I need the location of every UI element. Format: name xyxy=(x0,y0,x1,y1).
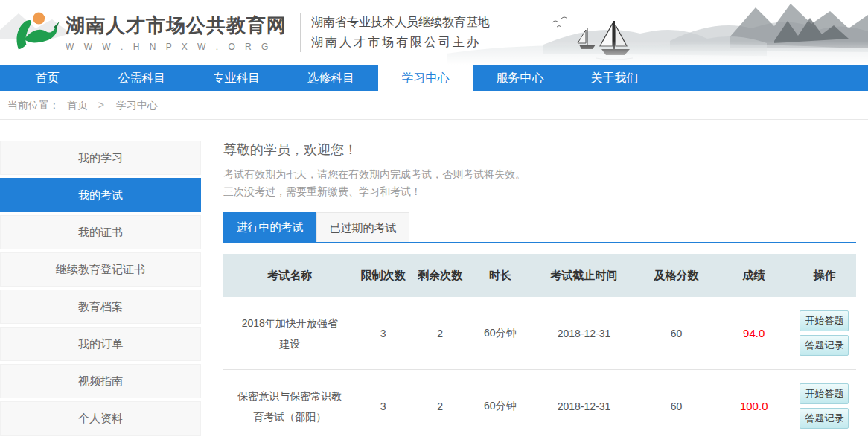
col-score: 成绩 xyxy=(715,254,793,297)
breadcrumb-home-link[interactable]: 首页 xyxy=(67,99,88,111)
exam-tabs: 进行中的考试 已过期的考试 xyxy=(223,212,856,243)
welcome-title: 尊敬的学员，欢迎您！ xyxy=(223,141,856,159)
sidebar-item-my-orders[interactable]: 我的订单 xyxy=(0,327,201,361)
sidebar-item-video-guide[interactable]: 视频指南 xyxy=(0,364,201,398)
pass-score: 60 xyxy=(638,370,715,437)
remaining-count: 2 xyxy=(410,370,470,437)
nav-item-about-us[interactable]: 关于我们 xyxy=(567,65,662,91)
col-pass-score: 及格分数 xyxy=(638,254,715,297)
welcome-line2: 三次没考过，需要重新缴费、学习和考试！ xyxy=(223,183,856,200)
site-subtitle-block: 湖南省专业技术人员继续教育基地 湖南人才市场有限公司主办 xyxy=(311,13,490,52)
exam-table: 考试名称 限制次数 剩余次数 时长 考试截止时间 及格分数 成绩 操作 2018… xyxy=(223,254,856,437)
col-duration: 时长 xyxy=(470,254,531,297)
col-deadline: 考试截止时间 xyxy=(530,254,638,297)
remaining-count: 2 xyxy=(410,297,470,370)
site-title-block: 湖南人才市场公共教育网 W W W . H N P X W . O R G xyxy=(66,13,287,52)
answer-record-button[interactable]: 答题记录 xyxy=(800,335,849,356)
sidebar-item-personal-info[interactable]: 个人资料 xyxy=(0,401,201,436)
table-row: 2018年加快开放强省建设 3 2 60分钟 2018-12-31 60 94.… xyxy=(223,297,856,370)
nav-item-service-center[interactable]: 服务中心 xyxy=(473,65,567,91)
sidebar: 我的学习 我的考试 我的证书 继续教育登记证书 教育档案 我的订单 视频指南 个… xyxy=(0,141,201,437)
col-remaining-count: 剩余次数 xyxy=(410,254,470,297)
duration: 60分钟 xyxy=(470,297,531,370)
site-title: 湖南人才市场公共教育网 xyxy=(66,13,287,39)
subtitle-line2: 湖南人才市场有限公司主办 xyxy=(311,33,490,52)
site-header: 湖南人才市场公共教育网 W W W . H N P X W . O R G 湖南… xyxy=(0,0,868,65)
limit-count: 3 xyxy=(357,370,410,437)
tab-ongoing-exams[interactable]: 进行中的考试 xyxy=(223,212,316,242)
exam-name: 2018年加快开放强省建设 xyxy=(237,313,342,354)
nav-item-learning-center[interactable]: 学习中心 xyxy=(378,65,473,91)
answer-record-button[interactable]: 答题记录 xyxy=(800,408,849,429)
pass-score: 60 xyxy=(638,297,715,370)
welcome-line1: 考试有效期为七天，请您在有效期内完成考试，否则考试将失效。 xyxy=(223,166,856,183)
main-content: 尊敬的学员，欢迎您！ 考试有效期为七天，请您在有效期内完成考试，否则考试将失效。… xyxy=(223,141,868,437)
tab-expired-exams[interactable]: 已过期的考试 xyxy=(316,212,409,242)
table-header-row: 考试名称 限制次数 剩余次数 时长 考试截止时间 及格分数 成绩 操作 xyxy=(223,254,856,297)
site-url: W W W . H N P X W . O R G xyxy=(66,42,287,52)
deadline: 2018-12-31 xyxy=(530,370,638,437)
exam-name: 保密意识与保密常识教育考试（邵阳） xyxy=(237,386,342,427)
nav-item-public-subjects[interactable]: 公需科目 xyxy=(95,65,189,91)
breadcrumb-separator: > xyxy=(98,99,104,111)
sidebar-item-my-learning[interactable]: 我的学习 xyxy=(0,141,201,175)
breadcrumb-label: 当前位置： xyxy=(7,99,60,111)
col-exam-name: 考试名称 xyxy=(223,254,357,297)
sidebar-item-education-archive[interactable]: 教育档案 xyxy=(0,290,201,324)
sidebar-item-continuing-education-certificate[interactable]: 继续教育登记证书 xyxy=(0,252,201,287)
sidebar-item-my-exams[interactable]: 我的考试 xyxy=(0,178,201,212)
nav-item-elective-subjects[interactable]: 选修科目 xyxy=(284,65,378,91)
col-actions: 操作 xyxy=(793,254,856,297)
breadcrumb-current: 学习中心 xyxy=(116,99,158,111)
score-value: 100.0 xyxy=(740,400,768,412)
site-logo-icon xyxy=(7,10,61,56)
deadline: 2018-12-31 xyxy=(530,297,638,370)
main-nav: 首页 公需科目 专业科目 选修科目 学习中心 服务中心 关于我们 xyxy=(0,65,868,91)
breadcrumb: 当前位置： 首页 > 学习中心 xyxy=(0,91,868,120)
score-value: 94.0 xyxy=(743,327,765,339)
table-row: 保密意识与保密常识教育考试（邵阳） 3 2 60分钟 2018-12-31 60… xyxy=(223,370,856,437)
start-exam-button[interactable]: 开始答题 xyxy=(800,310,849,331)
limit-count: 3 xyxy=(357,297,410,370)
duration: 60分钟 xyxy=(470,370,531,437)
header-divider xyxy=(300,13,301,52)
subtitle-line1: 湖南省专业技术人员继续教育基地 xyxy=(311,13,490,32)
sidebar-item-my-certificates[interactable]: 我的证书 xyxy=(0,215,201,249)
nav-item-home[interactable]: 首页 xyxy=(0,65,95,91)
start-exam-button[interactable]: 开始答题 xyxy=(800,383,849,404)
nav-item-professional-subjects[interactable]: 专业科目 xyxy=(189,65,284,91)
col-limit-count: 限制次数 xyxy=(357,254,410,297)
